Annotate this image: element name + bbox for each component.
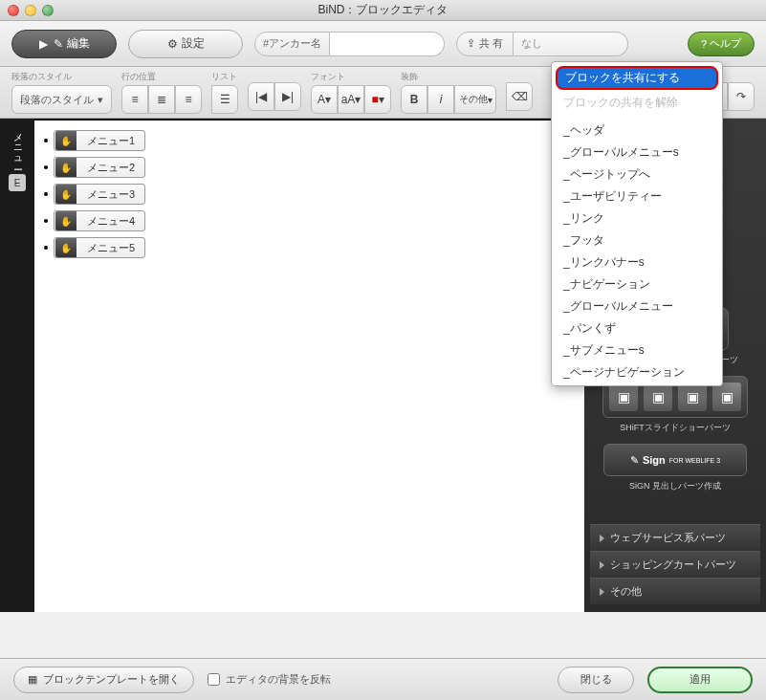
sign-section: ✎ Sign FOR WEBLIFE 3 SiGN 見出しパーツ作成 [590, 444, 760, 492]
align-left-button[interactable]: ≡ [121, 85, 148, 114]
outdent-button[interactable]: |◀ [248, 82, 274, 111]
anchor-input[interactable] [330, 32, 445, 56]
template-label: ブロックテンプレートを開く [43, 672, 180, 687]
list-item: ✋メニュー5 [44, 237, 575, 258]
list-group: リスト ☰ [211, 71, 238, 114]
footer-bar: ▦ ブロックテンプレートを開く エディタの背景を反転 閉じる 適用 [0, 658, 766, 700]
share-dropdown: ブロックを共有にする ブロックの共有を解除 _ヘッダ _グローバルメニューs _… [551, 61, 723, 386]
close-button[interactable]: 閉じる [558, 667, 634, 693]
clear-format-button[interactable]: ⌫ [506, 82, 533, 111]
indent-button[interactable]: ▶| [274, 82, 301, 111]
bullet-icon [44, 246, 48, 250]
hand-icon: ✋ [55, 158, 77, 177]
bold-button[interactable]: B [401, 85, 427, 114]
bullet-list-button[interactable]: ☰ [211, 85, 238, 114]
list-label: リスト [211, 71, 238, 83]
menu-chip[interactable]: ✋メニュー3 [54, 184, 145, 205]
accordion-item-shopping[interactable]: ショッピングカートパーツ [590, 551, 760, 578]
close-window-button[interactable] [8, 5, 19, 16]
dropdown-item[interactable]: _グローバルメニューs [552, 142, 722, 164]
dropdown-item[interactable]: _ヘッダ [552, 120, 722, 142]
anchor-prefix-label: #アンカー名 [254, 32, 330, 56]
accordion-label: ウェブサービス系パーツ [610, 531, 726, 545]
menu-chip[interactable]: ✋メニュー4 [54, 210, 145, 231]
slideshow-icon-2: ▣ [644, 383, 672, 411]
dropdown-item[interactable]: _ユーザビリティー [552, 186, 722, 208]
close-label: 閉じる [580, 672, 612, 687]
dropdown-item[interactable]: _グローバルメニュー [552, 295, 722, 317]
font-family-button[interactable]: A▾ [311, 85, 338, 114]
dropdown-item[interactable]: _パンくず [552, 317, 722, 339]
paragraph-style-label: 段落のスタイル [11, 71, 112, 83]
sign-button[interactable]: ✎ Sign FOR WEBLIFE 3 [603, 444, 747, 476]
italic-button[interactable]: i [427, 85, 454, 114]
menu-item-label: メニュー5 [77, 241, 144, 255]
share-select[interactable]: なし [514, 32, 628, 56]
accordion-item-webservice[interactable]: ウェブサービス系パーツ [590, 524, 760, 551]
edit-label: 編集 [67, 35, 90, 52]
invert-bg-label: エディタの背景を反転 [226, 672, 331, 687]
menu-chip[interactable]: ✋メニュー2 [54, 157, 145, 178]
invert-bg-checkbox[interactable]: エディタの背景を反転 [208, 672, 331, 687]
sign-text: Sign [643, 454, 666, 466]
invert-bg-input[interactable] [208, 673, 220, 686]
menu-item-label: メニュー3 [77, 187, 144, 202]
dropdown-item-share-enable[interactable]: ブロックを共有にする [556, 66, 718, 90]
menu-chip[interactable]: ✋メニュー1 [54, 130, 145, 151]
zoom-window-button[interactable] [42, 5, 54, 16]
font-color-button[interactable]: ■▾ [364, 85, 391, 114]
edit-button[interactable]: ▶ ✎ 編集 [11, 30, 117, 58]
line-position-group: 行の位置 ≡ ≣ ≡ [121, 71, 202, 114]
chevron-down-icon: ▾ [98, 94, 103, 106]
share-group: ⇪ 共 有 なし [456, 32, 628, 56]
hand-icon: ✋ [55, 131, 77, 150]
side-tab[interactable]: メニュー E [0, 119, 34, 612]
play-icon: ▶ [39, 37, 48, 51]
list-item: ✋メニュー2 [44, 157, 575, 178]
open-template-button[interactable]: ▦ ブロックテンプレートを開く [13, 667, 194, 693]
apply-button[interactable]: 適用 [647, 667, 753, 693]
window-title: BiND：ブロックエディタ [317, 2, 448, 18]
side-tab-badge: E [9, 174, 26, 191]
decoration-label: 装飾 [401, 71, 496, 83]
apply-label: 適用 [689, 672, 711, 687]
dropdown-item[interactable]: _リンク [552, 208, 722, 230]
slideshow-label: SHiFTスライドショーパーツ [620, 422, 731, 434]
font-group: フォント A▾ aA▾ ■▾ [311, 71, 391, 114]
hand-icon: ✋ [55, 238, 77, 257]
align-right-button[interactable]: ≡ [175, 85, 202, 114]
font-size-button[interactable]: aA▾ [338, 85, 364, 114]
redo-button[interactable]: ↷ [728, 82, 755, 111]
dropdown-item[interactable]: _フッタ [552, 230, 722, 252]
anchor-group: #アンカー名 [254, 32, 445, 56]
slideshow-icon-4: ▣ [712, 383, 741, 411]
accordion-label: ショッピングカートパーツ [610, 558, 736, 572]
accordion-label: その他 [610, 584, 642, 599]
menu-chip[interactable]: ✋メニュー5 [54, 237, 145, 258]
side-tab-label: メニュー [11, 126, 24, 166]
gear-icon: ⚙ [167, 37, 178, 51]
hand-icon: ✋ [55, 185, 77, 204]
indent-group: |◀ ▶| [248, 71, 301, 111]
paragraph-style-select[interactable]: 段落のスタイル ▾ [11, 85, 112, 114]
help-label: ヘルプ [710, 36, 741, 51]
help-button[interactable]: ? ヘルプ [688, 32, 755, 56]
sign-label: SiGN 見出しパーツ作成 [629, 480, 721, 492]
accordion: ウェブサービス系パーツ ショッピングカートパーツ その他 [590, 524, 760, 604]
sign-sub: FOR WEBLIFE 3 [669, 457, 720, 464]
editor-canvas[interactable]: ✋メニュー1 ✋メニュー2 ✋メニュー3 ✋メニュー4 ✋メニュー5 [34, 119, 584, 612]
align-center-button[interactable]: ≣ [148, 85, 175, 114]
dropdown-item[interactable]: _ページナビゲーション [552, 361, 722, 383]
dropdown-item[interactable]: _サブメニューs [552, 339, 722, 361]
minimize-window-button[interactable] [25, 5, 36, 16]
dropdown-item[interactable]: _リンクバナーs [552, 252, 722, 273]
font-label: フォント [311, 71, 391, 83]
main-toolbar: ▶ ✎ 編集 ⚙ 設定 #アンカー名 ⇪ 共 有 なし ? ヘルプ [0, 21, 766, 67]
accordion-item-other[interactable]: その他 [590, 578, 760, 604]
menu-list: ✋メニュー1 ✋メニュー2 ✋メニュー3 ✋メニュー4 ✋メニュー5 [44, 130, 575, 258]
dropdown-item[interactable]: _ナビゲーション [552, 273, 722, 295]
dropdown-item[interactable]: _ページトップへ [552, 164, 722, 186]
share-button[interactable]: ⇪ 共 有 [456, 32, 514, 56]
other-decoration-button[interactable]: その他▾ [454, 85, 496, 114]
settings-button[interactable]: ⚙ 設定 [128, 30, 243, 58]
